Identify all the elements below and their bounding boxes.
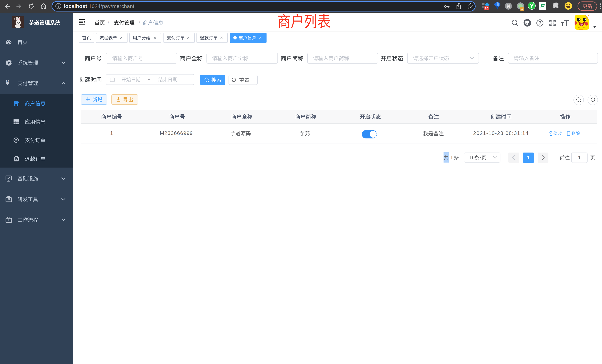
svg-text:10: 10 [485, 7, 488, 10]
svg-text:1: 1 [521, 7, 523, 11]
svg-text:⌘: ⌘ [506, 4, 510, 9]
